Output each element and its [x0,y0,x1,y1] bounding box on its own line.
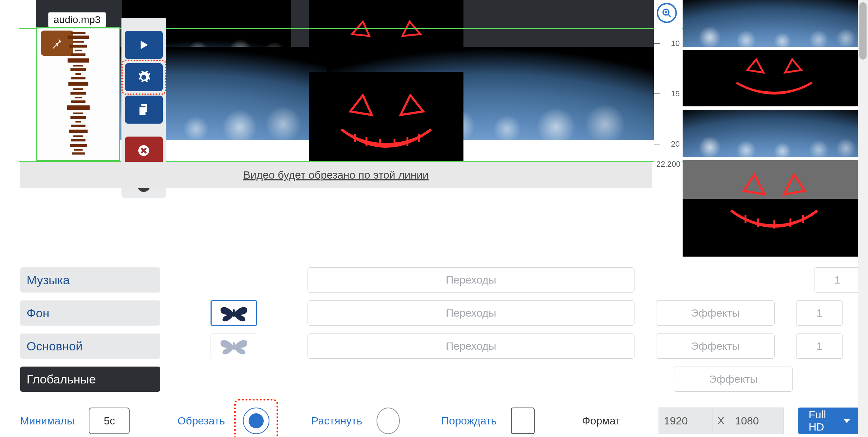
devil-face-graphic [309,72,463,165]
close-circle-icon [137,143,151,158]
settings-row-global: Глобальные Эффекты [20,365,861,393]
dimension-separator: X [712,408,730,434]
width-input[interactable]: 1920 [659,408,712,434]
svg-rect-21 [69,130,88,133]
stretch-radio[interactable] [377,408,400,434]
svg-rect-5 [71,53,86,56]
svg-rect-20 [71,125,86,127]
preview-thumb[interactable] [683,50,864,106]
ruler-tick: 20 [671,139,680,149]
row-label-global[interactable]: Глобальные [20,367,160,392]
gear-icon [137,70,151,84]
preview-thumb[interactable] [683,0,864,47]
svg-rect-16 [67,105,89,110]
spawn-option-label: Порождать [441,415,497,427]
layer-thumbnail[interactable] [211,333,257,359]
svg-point-33 [233,342,235,350]
stretch-option-label: Растянуть [311,415,362,427]
svg-rect-12 [73,88,83,90]
preview-thumb[interactable] [683,110,864,157]
svg-rect-2 [73,41,84,43]
delete-button[interactable] [125,137,163,165]
video-frame-devil-mid[interactable] [309,72,463,165]
resolution-preset-dropdown[interactable]: Full HD [798,408,861,434]
svg-rect-18 [70,116,86,119]
min-duration-label: Минималы [20,415,74,427]
butterfly-icon [218,302,250,324]
svg-rect-23 [71,139,86,141]
bottom-controls: Минималы 5с Обрезать Растянуть Порождать… [20,404,861,437]
devil-face-graphic [683,160,864,257]
svg-rect-15 [71,100,86,103]
copy-icon [137,102,151,117]
row-label-music[interactable]: Музыка [20,267,160,293]
clip-settings-button[interactable] [125,63,163,91]
vertical-scrollbar[interactable] [858,0,868,437]
devil-face-graphic [683,50,864,106]
audio-clip-selected[interactable]: audio.mp3 [36,27,120,162]
settings-panel: Музыка Переходы 1 Фон Переходы Эффекты 1… [20,266,861,398]
svg-rect-24 [70,144,87,147]
svg-rect-3 [69,45,87,48]
svg-rect-14 [75,97,82,98]
svg-rect-26 [72,152,85,155]
trim-info-zone: Видео будет обрезано по этой линии [20,162,652,188]
trim-radio[interactable] [243,408,269,434]
timeline-ruler: 10 15 20 22.200 [654,0,682,169]
svg-rect-17 [73,112,83,114]
svg-rect-13 [70,92,86,95]
ruler-tick: 10 [671,39,680,48]
effects-button[interactable]: Эффекты [656,300,775,326]
transitions-button[interactable]: Переходы [308,267,634,293]
svg-rect-9 [75,73,81,75]
svg-point-32 [233,309,235,317]
trim-message: Видео будет обрезано по этой линии [243,169,429,181]
audio-clip-filename: audio.mp3 [48,12,106,27]
row-count[interactable]: 1 [796,334,843,359]
chevron-down-icon [844,419,850,423]
svg-rect-4 [75,50,82,51]
butterfly-icon [218,335,250,357]
row-count[interactable]: 1 [814,267,861,293]
copy-button[interactable] [125,96,163,124]
svg-rect-0 [71,32,86,34]
settings-row-music: Музыка Переходы 1 [20,266,861,294]
ruler-end-label: 22.200 [656,160,680,169]
trim-option-label: Обрезать [177,415,225,427]
effects-button[interactable]: Эффекты [674,367,793,392]
svg-rect-7 [73,65,83,66]
svg-rect-6 [68,58,89,63]
row-label-background[interactable]: Фон [20,300,160,326]
zoom-in-button[interactable] [657,3,677,23]
row-count[interactable]: 1 [796,300,843,326]
svg-rect-19 [75,121,81,123]
svg-rect-11 [68,82,88,86]
svg-rect-1 [68,36,89,39]
settings-row-main: Основной Переходы Эффекты 1 [20,332,861,360]
svg-rect-25 [74,149,83,151]
svg-rect-22 [73,135,83,137]
preset-label: Full HD [809,409,839,433]
ruler-tick: 15 [671,89,680,98]
audio-waveform [60,28,96,160]
trim-radio-wrap [239,404,273,437]
zoom-in-icon [662,8,672,18]
play-button[interactable] [125,31,163,59]
transitions-button[interactable]: Переходы [308,300,634,326]
preview-column [683,0,866,260]
scrollbar-thumb[interactable] [859,2,867,60]
format-label: Формат [582,415,620,427]
radio-dot [249,413,264,428]
layer-thumbnail[interactable] [211,300,257,326]
height-input[interactable]: 1080 [730,408,784,434]
svg-rect-8 [70,68,86,71]
play-icon [137,38,151,52]
transitions-button[interactable]: Переходы [308,334,634,359]
min-duration-input[interactable]: 5с [89,408,130,434]
preview-thumb[interactable] [683,160,864,257]
spawn-checkbox[interactable] [511,408,534,434]
timeline-area: audio.mp3 [0,0,868,262]
svg-rect-10 [71,77,86,79]
effects-button[interactable]: Эффекты [656,334,775,359]
row-label-main[interactable]: Основной [20,334,160,359]
